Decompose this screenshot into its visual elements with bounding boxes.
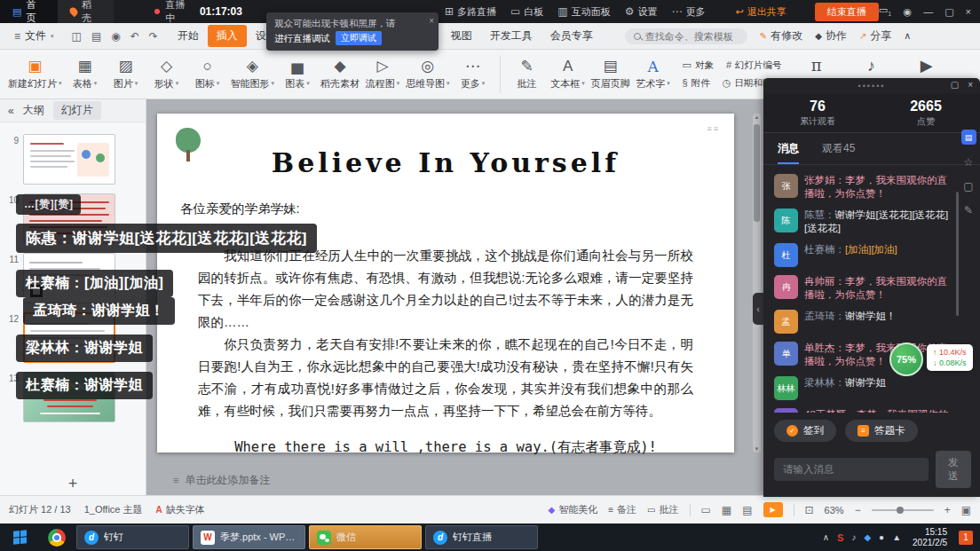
answer-card-button[interactable]: ≡ 答题卡 xyxy=(845,420,918,442)
normal-view-icon[interactable]: ▭ xyxy=(701,504,711,516)
window-icon[interactable]: ▢ xyxy=(963,180,973,193)
start-button[interactable] xyxy=(0,523,39,551)
file-menu[interactable]: ≡ 文件 ▾ xyxy=(7,28,61,43)
chart-button[interactable]: ▅ 图表▾ xyxy=(277,51,318,98)
taskbar-wechat[interactable]: 微信 xyxy=(309,525,422,549)
comments-toggle[interactable]: ▭ 批注 xyxy=(647,503,678,516)
undo-icon[interactable]: ↶ xyxy=(130,31,139,42)
mindmap-button[interactable]: ◎ 思维导图▾ xyxy=(403,51,453,98)
drag-handle-icon[interactable]: •••••• xyxy=(858,82,886,91)
picture-button[interactable]: ▨ 图片▾ xyxy=(106,51,146,98)
beautify-button[interactable]: ◆ 智能美化 xyxy=(549,503,598,516)
send-button[interactable]: 发送 xyxy=(936,451,971,488)
slide-canvas[interactable]: ≡≡ Believe In Yourself 各位亲爱的学弟学妹: 我知道你们正… xyxy=(157,114,734,453)
slide-scrollbar[interactable]: ▴ ▾ xyxy=(753,114,761,453)
minimize-icon[interactable]: — xyxy=(923,7,933,17)
smartart-button[interactable]: ◈ 智能图形▾ xyxy=(228,51,278,98)
share-button[interactable]: ↗ 分享 xyxy=(859,28,891,43)
notes-placeholder[interactable]: ≡ 单击此处添加备注 xyxy=(173,473,270,488)
command-search[interactable] xyxy=(625,28,747,44)
browser-icon[interactable] xyxy=(48,529,66,547)
tray-misc-icon[interactable]: ▲ xyxy=(892,533,901,542)
maximize-icon[interactable]: ▢ xyxy=(944,7,953,17)
taskbar-clock[interactable]: 15:15 2021/2/5 xyxy=(913,527,947,548)
warning-line2[interactable]: 进行直播调试 xyxy=(274,32,330,44)
notification-badge[interactable]: 1 xyxy=(959,531,973,545)
collapse-ribbon-icon[interactable]: ∧ xyxy=(904,31,911,41)
tab-devtools[interactable]: 开发工具 xyxy=(481,25,541,47)
star-icon[interactable]: ☆ xyxy=(964,156,974,169)
volume-icon[interactable]: ♪ xyxy=(851,533,856,542)
slide-number-button[interactable]: # 幻灯片编号 xyxy=(726,59,782,72)
textbox-button[interactable]: A 文本框▾ xyxy=(548,51,589,98)
close-icon[interactable]: × xyxy=(966,7,971,17)
wordart-button[interactable]: A 艺术字▾ xyxy=(633,51,674,98)
play-slideshow-button[interactable]: ▶ xyxy=(763,502,783,517)
redo-icon[interactable]: ↷ xyxy=(149,31,158,42)
icon-library-button[interactable]: ○ 图标▾ xyxy=(187,51,228,98)
preview-icon[interactable]: ◉ xyxy=(111,31,120,42)
fit-page-icon[interactable]: ⊡ xyxy=(805,504,814,516)
chat-input[interactable] xyxy=(774,458,929,481)
chat-message-list[interactable]: 张 张梦娟：李梦，我来围观你的直播啦，为你点赞！ 陈 陈慧：谢谢学姐[送花花][… xyxy=(763,165,980,413)
collapse-panel-handle[interactable]: ‹ xyxy=(753,293,763,325)
notes-toggle[interactable]: ≡ 备注 xyxy=(608,503,636,516)
zoom-in-icon[interactable]: + xyxy=(944,504,951,516)
camera-icon[interactable]: ◉ xyxy=(904,7,913,17)
sign-in-button[interactable]: ✓ 签到 xyxy=(774,420,836,442)
collaborate-button[interactable]: ◆ 协作 xyxy=(815,28,847,43)
debug-button[interactable]: 立即调试 xyxy=(336,31,382,45)
missing-font-warning[interactable]: A 缺失字体 xyxy=(156,503,205,516)
attachment-button[interactable]: § 附件 xyxy=(683,77,710,90)
slide-thumbnail-9[interactable] xyxy=(23,134,115,185)
tab-home[interactable]: ▤ 首页 xyxy=(0,0,58,23)
display-select-icon[interactable]: ▭1 xyxy=(879,5,892,18)
tab-insert[interactable]: 插入 xyxy=(208,25,247,47)
exit-share-button[interactable]: ↩ 退出共享 xyxy=(735,5,786,19)
more-insert-button[interactable]: ⋯ 更多▾ xyxy=(453,51,494,98)
float-panel-icon[interactable]: ▢ xyxy=(951,80,959,90)
pen-icon[interactable]: ✎ xyxy=(964,204,973,216)
chat-scrollbar[interactable] xyxy=(956,192,959,316)
tab-outline[interactable]: 大纲 xyxy=(23,103,44,118)
tab-watching[interactable]: 观看45 xyxy=(822,141,855,164)
network-icon[interactable]: ● xyxy=(879,533,884,542)
panel-handle[interactable]: •••••• ▢ × xyxy=(763,78,980,93)
scroll-down-icon[interactable]: ▾ xyxy=(753,445,761,453)
zoom-level[interactable]: 63% xyxy=(825,505,844,516)
taskbar-wps[interactable]: W 季梦.pptx - WPS... xyxy=(193,525,305,549)
end-live-button[interactable]: 结束直播 xyxy=(815,3,879,21)
slide-sorter-icon[interactable]: ▦ xyxy=(722,504,731,516)
taskbar-dingtalk-live[interactable]: d 钉钉直播 xyxy=(425,525,538,549)
scroll-up-icon[interactable]: ▴ xyxy=(755,114,759,120)
whiteboard-button[interactable]: ▭ 白板 xyxy=(510,5,543,19)
tab-view[interactable]: 视图 xyxy=(442,25,481,47)
layout-toggle-icon[interactable]: ▤ xyxy=(961,130,976,145)
scrollbar-thumb[interactable] xyxy=(754,124,760,222)
zoom-slider[interactable] xyxy=(872,509,934,511)
fullscreen-icon[interactable]: ▣ xyxy=(961,504,971,516)
tab-slides[interactable]: 幻灯片 xyxy=(53,101,101,120)
multi-live-button[interactable]: ⊞ 多路直播 xyxy=(445,5,496,19)
zoom-slider-knob[interactable] xyxy=(897,507,904,514)
tab-start[interactable]: 开始 xyxy=(169,25,208,47)
print-icon[interactable]: ▤ xyxy=(91,31,101,42)
save-icon[interactable]: ◫ xyxy=(72,31,82,42)
theme-name[interactable]: 1_Office 主题 xyxy=(84,503,143,516)
header-footer-button[interactable]: ▤ 页眉页脚 xyxy=(589,51,633,98)
more-button[interactable]: ⋯ 更多 xyxy=(671,5,705,19)
close-panel-icon[interactable]: × xyxy=(968,80,973,90)
reading-view-icon[interactable]: ▤ xyxy=(742,504,752,516)
popup-close-icon[interactable]: × xyxy=(429,15,434,28)
new-slide-button[interactable]: ▣ 新建幻灯片▾ xyxy=(5,51,65,98)
tray-expand-icon[interactable]: ∧ xyxy=(823,533,829,542)
collapse-panel-icon[interactable]: « xyxy=(8,105,14,117)
comment-button[interactable]: ✎ 批注 xyxy=(507,51,548,98)
add-slide-button[interactable]: + xyxy=(0,475,146,493)
shapes-button[interactable]: ◇ 形状▾ xyxy=(146,51,187,98)
table-button[interactable]: ▦ 表格▾ xyxy=(65,51,106,98)
docer-assets-button[interactable]: ◆ 稻壳素材 xyxy=(318,51,362,98)
tab-messages[interactable]: 消息 xyxy=(778,141,799,164)
sogou-input-icon[interactable]: S xyxy=(837,532,843,543)
zoom-out-icon[interactable]: − xyxy=(855,504,861,516)
